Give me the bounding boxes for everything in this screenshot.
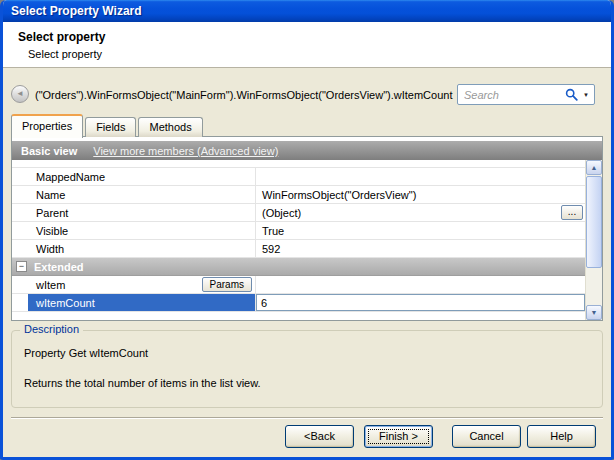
scroll-thumb[interactable] xyxy=(586,176,602,268)
table-row-width[interactable]: Width 592 xyxy=(12,240,585,258)
tab-properties[interactable]: Properties xyxy=(11,114,83,138)
object-path: ("Orders").WinFormsObject("MainForm").Wi… xyxy=(35,89,452,101)
back-navigation-button[interactable]: ◄ xyxy=(11,85,29,103)
view-header-bar: Basic view View more members (Advanced v… xyxy=(12,141,602,160)
property-grid: MappedName Name WinFormsObject("OrdersVi… xyxy=(12,160,585,320)
wizard-header: Select property Select property xyxy=(3,22,611,68)
scroll-up-button[interactable]: ▲ xyxy=(586,160,602,175)
search-dropdown-icon[interactable]: ▼ xyxy=(581,92,591,98)
select-property-wizard-window: Select Property Wizard Select property S… xyxy=(0,0,614,460)
back-button[interactable]: <Back xyxy=(285,425,354,448)
back-arrow-icon: ◄ xyxy=(16,89,24,98)
table-row-visible[interactable]: Visible True xyxy=(12,222,585,240)
properties-panel: Basic view View more members (Advanced v… xyxy=(11,136,603,321)
property-name: MappedName xyxy=(36,171,105,183)
search-box: ▼ xyxy=(457,84,595,105)
property-value: (Object) xyxy=(262,207,301,219)
finish-button[interactable]: Finish > xyxy=(364,425,433,448)
description-group: Description Property Get wItemCount Retu… xyxy=(11,330,603,408)
property-name: wItem xyxy=(36,279,65,291)
table-row-parent[interactable]: Parent (Object) ... xyxy=(12,204,585,222)
property-name: Width xyxy=(36,243,64,255)
help-button[interactable]: Help xyxy=(527,425,596,448)
ellipsis-button[interactable]: ... xyxy=(561,205,583,220)
footer-separator xyxy=(11,417,603,419)
description-line1: Property Get wItemCount xyxy=(24,347,148,359)
property-value: True xyxy=(262,225,284,237)
window-title: Select Property Wizard xyxy=(11,4,142,18)
tab-fields[interactable]: Fields xyxy=(85,117,136,137)
vertical-scrollbar[interactable]: ▲ ▼ xyxy=(585,160,602,320)
group-label: Extended xyxy=(34,261,84,273)
table-row-witemcount[interactable]: wItemCount 6 xyxy=(12,294,585,312)
advanced-view-link[interactable]: View more members (Advanced view) xyxy=(93,145,278,157)
table-row-witem[interactable]: wItem Params xyxy=(12,276,585,294)
page-subtitle: Select property xyxy=(28,48,102,60)
group-row-extended[interactable]: − Extended xyxy=(12,258,585,276)
search-icon[interactable] xyxy=(565,88,578,101)
collapse-icon[interactable]: − xyxy=(16,261,27,272)
property-value: 6 xyxy=(261,297,267,309)
tab-methods[interactable]: Methods xyxy=(138,117,202,137)
property-name: wItemCount xyxy=(36,297,95,309)
selected-property-name-cell: wItemCount xyxy=(28,294,256,311)
description-line2: Returns the total number of items in the… xyxy=(24,377,261,389)
table-row-mappedname[interactable]: MappedName xyxy=(12,168,585,186)
table-row-name[interactable]: Name WinFormsObject("OrdersView") xyxy=(12,186,585,204)
cancel-button[interactable]: Cancel xyxy=(452,425,521,448)
view-label: Basic view xyxy=(21,145,77,157)
property-name: Parent xyxy=(36,207,68,219)
scroll-down-button[interactable]: ▼ xyxy=(586,305,602,320)
property-value: WinFormsObject("OrdersView") xyxy=(262,189,416,201)
title-bar[interactable]: Select Property Wizard xyxy=(3,0,611,22)
property-value: 592 xyxy=(262,243,280,255)
tab-strip: Properties Fields Methods xyxy=(11,113,205,137)
value-editor[interactable]: 6 xyxy=(256,294,585,311)
search-input[interactable] xyxy=(462,88,563,102)
page-title: Select property xyxy=(18,30,105,44)
property-name: Visible xyxy=(36,225,68,237)
partial-row xyxy=(12,160,585,168)
params-button[interactable]: Params xyxy=(202,277,252,292)
property-name: Name xyxy=(36,189,65,201)
description-caption: Description xyxy=(20,323,83,335)
